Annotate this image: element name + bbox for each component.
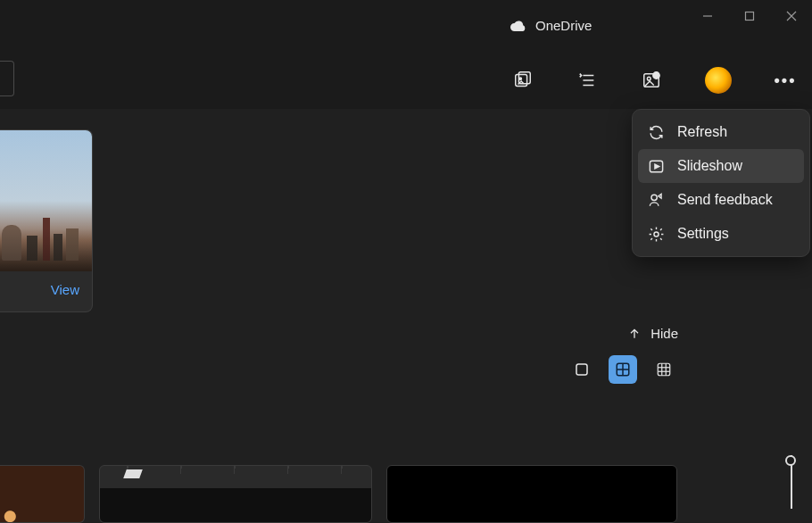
menu-send-feedback[interactable]: Send feedback	[638, 183, 804, 217]
filter-list-icon[interactable]	[576, 70, 598, 91]
import-icon[interactable]	[512, 70, 534, 91]
view-link[interactable]: View	[0, 271, 92, 297]
menu-slideshow[interactable]: Slideshow	[638, 149, 804, 183]
app-title: OneDrive	[510, 18, 592, 33]
thumbnail-strip	[0, 465, 677, 523]
hide-label: Hide	[650, 326, 678, 341]
svg-text:↓: ↓	[655, 73, 658, 79]
menu-settings[interactable]: Settings	[638, 217, 804, 251]
thumbnail-size-toggles	[568, 355, 678, 384]
svg-rect-16	[658, 363, 670, 376]
menu-refresh[interactable]: Refresh	[638, 115, 804, 149]
menu-settings-label: Settings	[677, 226, 729, 242]
thumbnail-item[interactable]	[99, 465, 372, 523]
thumbnail-item[interactable]	[0, 465, 85, 523]
gear-icon	[647, 225, 665, 243]
app-title-text: OneDrive	[535, 18, 592, 33]
size-small-button[interactable]	[650, 355, 678, 384]
more-button[interactable]: •••	[775, 70, 796, 91]
minimize-button[interactable]	[686, 0, 728, 32]
svg-point-6	[647, 77, 650, 80]
maximize-button[interactable]	[728, 0, 770, 32]
photo-card[interactable]: View	[0, 129, 93, 312]
svg-rect-1	[745, 12, 753, 21]
background-image-icon[interactable]: ↓	[641, 70, 662, 91]
size-medium-button[interactable]	[609, 355, 637, 384]
svg-point-10	[650, 195, 656, 200]
photo-thumbnail	[0, 130, 92, 271]
titlebar: OneDrive	[0, 0, 812, 45]
cloud-icon	[510, 21, 526, 31]
close-button[interactable]	[770, 0, 812, 32]
svg-rect-12	[576, 364, 587, 375]
menu-send-feedback-label: Send feedback	[677, 192, 773, 208]
toolbar: ↓ •••	[512, 67, 796, 94]
menu-slideshow-label: Slideshow	[677, 158, 742, 174]
scrollbar-thumb[interactable]	[785, 455, 796, 466]
size-large-button[interactable]	[568, 355, 596, 384]
slideshow-icon	[647, 157, 665, 175]
more-icon: •••	[775, 71, 797, 90]
svg-point-11	[653, 231, 658, 236]
refresh-icon	[647, 123, 665, 141]
feedback-icon	[647, 191, 665, 209]
thumbnail-item[interactable]	[386, 465, 677, 523]
hide-button[interactable]: Hide	[627, 326, 678, 341]
svg-point-4	[519, 78, 521, 79]
partial-ui-fragment	[0, 61, 14, 96]
avatar[interactable]	[705, 67, 732, 94]
window-controls	[686, 0, 812, 32]
menu-refresh-label: Refresh	[677, 124, 727, 140]
arrow-up-icon	[627, 327, 642, 341]
more-menu: Refresh Slideshow Send feedback Settings	[632, 109, 810, 257]
